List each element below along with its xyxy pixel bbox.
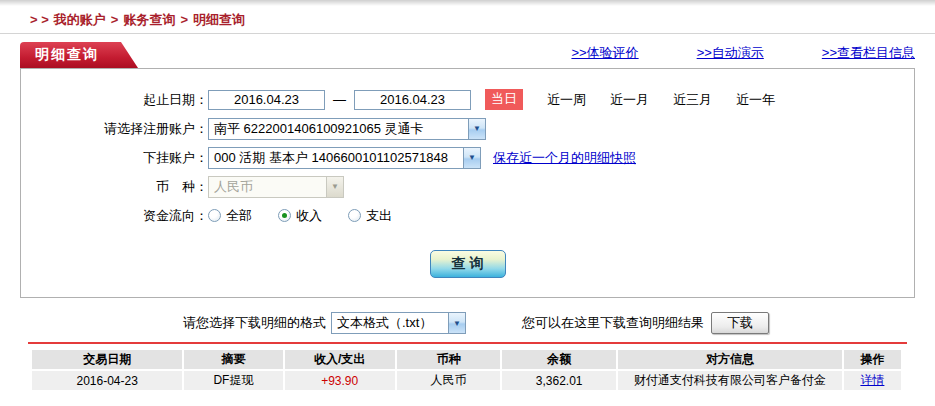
date-range-row: 起止日期： — 当日 近一周 近一月 近三月 近一年	[21, 85, 914, 114]
table-header-row: 交易日期 摘要 收入/支出 币种 余额 对方信息 操作	[32, 350, 901, 369]
cell-summary: DF提现	[184, 371, 282, 390]
cell-balance: 3,362.01	[502, 371, 616, 390]
download-row: 请您选择下载明细的格式 文本格式（.txt） ▼ 您可以在这里下载查询明细结果 …	[183, 311, 935, 335]
breadcrumb-item-account-query[interactable]: 账务查询	[123, 12, 175, 27]
currency-value: 人民币	[209, 178, 258, 196]
query-button[interactable]: 查 询	[430, 250, 506, 278]
sub-account-label: 下挂账户：	[21, 149, 208, 167]
col-header-amount: 收入/支出	[285, 350, 395, 369]
flow-option-all-label: 全部	[226, 207, 252, 225]
end-date-input[interactable]	[354, 90, 471, 110]
start-date-input[interactable]	[208, 90, 325, 110]
results-table: 交易日期 摘要 收入/支出 币种 余额 对方信息 操作 2016-04-23 D…	[30, 348, 903, 392]
col-header-date: 交易日期	[32, 350, 182, 369]
currency-select: 人民币 ▼	[208, 176, 344, 198]
tab-detail-query: 明细查询	[20, 42, 138, 68]
flow-option-income-label: 收入	[296, 207, 322, 225]
date-range-dash: —	[333, 92, 346, 107]
date-range-label: 起止日期：	[21, 91, 208, 109]
detail-link[interactable]: 详情	[860, 373, 884, 387]
breadcrumb-separator: >	[180, 12, 188, 27]
col-header-summary: 摘要	[184, 350, 282, 369]
table-top-divider	[28, 342, 907, 344]
chevron-down-icon[interactable]: ▼	[463, 148, 480, 168]
column-info-link[interactable]: >>查看栏目信息	[822, 44, 915, 62]
registered-account-row: 请选择注册账户： 南平 6222001406100921065 灵通卡 ▼	[21, 114, 914, 143]
breadcrumb-divider	[0, 33, 935, 34]
radio-icon[interactable]	[348, 209, 361, 222]
download-format-label: 请您选择下载明细的格式	[183, 314, 326, 332]
cell-action: 详情	[844, 371, 901, 390]
auto-demo-link[interactable]: >>自动演示	[697, 44, 764, 62]
quick-range-today[interactable]: 当日	[485, 89, 523, 110]
registered-account-label: 请选择注册账户：	[21, 120, 208, 138]
radio-icon[interactable]	[278, 209, 291, 222]
download-button[interactable]: 下载	[711, 312, 769, 334]
quick-range-month[interactable]: 近一月	[610, 91, 649, 109]
flow-direction-label: 资金流向：	[21, 207, 208, 225]
cell-counterparty: 财付通支付科技有限公司客户备付金	[618, 371, 842, 390]
col-header-balance: 余额	[502, 350, 616, 369]
download-hint: 您可以在这里下载查询明细结果	[522, 314, 704, 332]
cell-currency: 人民币	[397, 371, 500, 390]
breadcrumb-item-my-account[interactable]: 我的账户	[54, 12, 106, 27]
col-header-counterparty: 对方信息	[618, 350, 842, 369]
query-form-panel: 起止日期： — 当日 近一周 近一月 近三月 近一年 请选择注册账户： 南平 6…	[20, 68, 915, 298]
save-monthly-snapshot-link[interactable]: 保存近一个月的明细快照	[493, 149, 636, 167]
flow-option-expense[interactable]: 支出	[348, 207, 392, 225]
quick-range-year[interactable]: 近一年	[736, 91, 775, 109]
currency-label: 币 种：	[21, 178, 208, 196]
breadcrumb: > >我的账户>账务查询>明细查询	[0, 6, 935, 33]
cell-date: 2016-04-23	[32, 371, 182, 390]
breadcrumb-item-detail-query[interactable]: 明细查询	[193, 12, 245, 27]
detail-query-panel: 明细查询 >>体验评价 >>自动演示 >>查看栏目信息 起止日期： — 当日 近…	[20, 41, 915, 298]
breadcrumb-prefix: > >	[30, 12, 49, 27]
radio-icon[interactable]	[208, 209, 221, 222]
chevron-down-icon: ▼	[326, 177, 343, 197]
experience-feedback-link[interactable]: >>体验评价	[571, 44, 638, 62]
registered-account-select[interactable]: 南平 6222001406100921065 灵通卡 ▼	[208, 118, 486, 140]
registered-account-value: 南平 6222001406100921065 灵通卡	[209, 120, 429, 138]
sub-account-row: 下挂账户： 000 活期 基本户 1406600101102571848 ▼ 保…	[21, 143, 914, 172]
breadcrumb-separator: >	[111, 12, 119, 27]
panel-tab-row: 明细查询 >>体验评价 >>自动演示 >>查看栏目信息	[20, 41, 915, 68]
cell-amount: +93.90	[285, 371, 395, 390]
chevron-down-icon[interactable]: ▼	[448, 313, 465, 333]
col-header-action: 操作	[844, 350, 901, 369]
flow-option-expense-label: 支出	[366, 207, 392, 225]
quick-range-week[interactable]: 近一周	[547, 91, 586, 109]
download-format-value: 文本格式（.txt）	[332, 314, 437, 332]
sub-account-select[interactable]: 000 活期 基本户 1406600101102571848 ▼	[208, 147, 481, 169]
chevron-down-icon[interactable]: ▼	[468, 119, 485, 139]
flow-option-income[interactable]: 收入	[278, 207, 322, 225]
panel-links: >>体验评价 >>自动演示 >>查看栏目信息	[513, 44, 915, 68]
flow-option-all[interactable]: 全部	[208, 207, 252, 225]
currency-row: 币 种： 人民币 ▼	[21, 172, 914, 201]
quick-range-quarter[interactable]: 近三月	[673, 91, 712, 109]
sub-account-value: 000 活期 基本户 1406600101102571848	[209, 149, 453, 167]
flow-direction-row: 资金流向： 全部 收入 支出	[21, 201, 914, 230]
download-format-select[interactable]: 文本格式（.txt） ▼	[331, 312, 466, 334]
col-header-currency: 币种	[397, 350, 500, 369]
table-row: 2016-04-23 DF提现 +93.90 人民币 3,362.01 财付通支…	[32, 371, 901, 390]
